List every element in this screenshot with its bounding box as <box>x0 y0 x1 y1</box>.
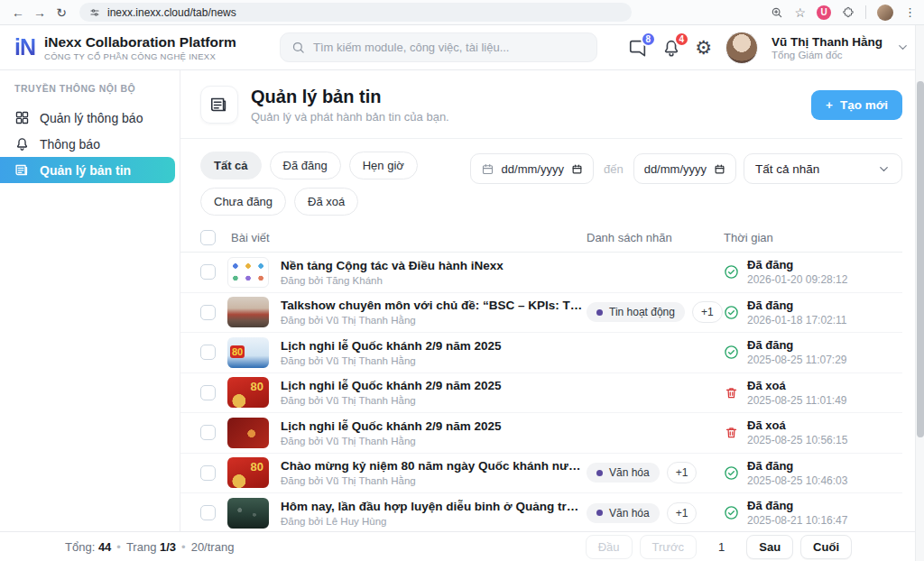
inexx-logo[interactable]: iN <box>14 34 35 60</box>
row-checkbox[interactable] <box>200 345 216 360</box>
extensions-puzzle-icon[interactable] <box>842 6 855 19</box>
label-dot-icon <box>596 309 603 316</box>
row-checkbox[interactable] <box>200 385 216 400</box>
status-text: Đã đăng <box>747 299 847 312</box>
row-checkbox[interactable] <box>200 465 216 481</box>
article-thumbnail <box>227 297 269 327</box>
article-title[interactable]: Lịch nghi lễ Quốc khánh 2/9 năm 2025 <box>281 339 587 353</box>
total-count: 44 <box>98 540 111 554</box>
total-summary: Tổng: 44•Trang 1/3•20/trang <box>65 540 234 554</box>
date-range-separator: đến <box>604 162 624 176</box>
table-row[interactable]: 80 Chào mừng kỷ niệm 80 năm ngày Quốc kh… <box>180 454 902 494</box>
status-time-cell: Đã đăng 2025-08-21 10:16:47 <box>724 499 902 527</box>
date-picker-icon[interactable] <box>571 163 583 175</box>
user-menu-chevron-icon[interactable] <box>896 41 910 54</box>
thumbnail-80-badge: 80 <box>230 345 245 358</box>
filter-chip-4[interactable]: Chưa đăng <box>200 188 286 216</box>
row-checkbox[interactable] <box>200 264 216 280</box>
bell-icon <box>14 136 30 152</box>
ublock-extension-icon[interactable]: U <box>817 5 831 20</box>
user-info[interactable]: Vũ Thị Thanh Hằng Tổng Giám đốc <box>772 35 882 60</box>
published-check-icon <box>724 465 739 481</box>
extra-labels-badge[interactable]: +1 <box>667 502 698 524</box>
chat-button[interactable]: 8 <box>628 38 648 58</box>
select-all-checkbox[interactable] <box>200 230 216 245</box>
label-list: Văn hóa+1 <box>587 462 724 483</box>
table-row[interactable]: 80 Lịch nghi lễ Quốc khánh 2/9 năm 2025 … <box>180 333 902 373</box>
article-title[interactable]: Talkshow chuyên môn với chủ đề: “BSC – K… <box>281 299 587 312</box>
article-author: Đăng bởi Vũ Thị Thanh Hằng <box>281 315 587 326</box>
table-row[interactable]: Talkshow chuyên môn với chủ đề: “BSC – K… <box>180 293 902 334</box>
filter-chip-3[interactable]: Hẹn giờ <box>349 152 418 179</box>
last-page-button[interactable]: Cuối <box>800 535 852 559</box>
url-text[interactable]: inexx.inexx.cloud/tab/news <box>107 6 236 19</box>
filter-chip-2[interactable]: Đã đăng <box>270 152 341 179</box>
per-page-indicator[interactable]: 20/trang <box>191 540 235 554</box>
date-from-input[interactable]: dd/mm/yyyy <box>470 153 594 184</box>
extra-labels-badge[interactable]: +1 <box>692 301 723 323</box>
browser-forward-icon[interactable]: → <box>29 3 51 23</box>
global-search-input[interactable]: Tìm kiếm module, công việc, tài liệu... <box>280 32 597 62</box>
page-scrollbar[interactable] <box>915 25 924 561</box>
browser-refresh-icon[interactable]: ↻ <box>51 3 72 23</box>
table-row[interactable]: Hôm nay, lần đầu hợp luyện diễu binh ở Q… <box>180 493 902 531</box>
sidebar: TRUYỀN THÔNG NỘI BỘ Quản lý thông báo Th… <box>0 70 180 531</box>
status-text: Đã đăng <box>747 459 847 473</box>
publish-timestamp: 2025-08-21 10:16:47 <box>747 514 847 527</box>
app-header: iN iNexx Collaboration Platform CÔNG TY … <box>0 25 924 70</box>
column-article: Bài viết <box>231 231 587 244</box>
published-check-icon <box>724 345 739 360</box>
article-title[interactable]: Lịch nghi lễ Quốc khánh 2/9 năm 2025 <box>281 419 587 433</box>
label-list: Văn hóa+1 <box>587 502 724 524</box>
address-bar[interactable]: inexx.inexx.cloud/tab/news <box>79 3 632 22</box>
article-title[interactable]: Lịch nghi lễ Quốc khánh 2/9 năm 2025 <box>281 379 587 392</box>
scrollbar-thumb[interactable] <box>917 81 924 437</box>
article-thumbnail: 80 <box>227 457 269 488</box>
thumbnail-80-badge: 80 <box>249 381 265 393</box>
create-new-button[interactable]: + Tạo mới <box>811 90 902 120</box>
row-checkbox[interactable] <box>200 425 216 440</box>
table-row[interactable]: Nền tảng Cộng tác và Điều hành iNexx Đăn… <box>180 253 902 293</box>
dashboard-grid-icon <box>14 110 30 125</box>
sidebar-item-quan-ly-thong-bao[interactable]: Quản lý thông báo <box>0 105 180 131</box>
bookmark-star-icon[interactable]: ☆ <box>794 5 806 20</box>
filter-chip-5[interactable]: Đã xoá <box>294 188 358 216</box>
extra-labels-badge[interactable]: +1 <box>667 462 698 483</box>
status-text: Đã xoá <box>747 379 847 392</box>
tune-icon[interactable] <box>89 7 100 18</box>
status-time-cell: Đã xoá 2025-08-25 10:56:15 <box>724 418 902 446</box>
sidebar-item-thong-bao[interactable]: Thông báo <box>0 131 180 157</box>
label-pill: Văn hóa <box>587 503 660 523</box>
browser-profile-avatar[interactable] <box>877 5 893 21</box>
date-picker-icon[interactable] <box>714 163 725 175</box>
prev-page-button[interactable]: Trước <box>640 535 698 559</box>
article-author: Đăng bởi Tăng Khánh <box>281 275 587 286</box>
filter-chip-1[interactable]: Tất cả <box>200 152 262 179</box>
user-avatar[interactable] <box>725 32 758 64</box>
zoom-icon[interactable] <box>771 6 783 19</box>
browser-back-icon[interactable]: ← <box>7 3 29 23</box>
brand-block: iNexx Collaboration Platform CÔNG TY CỔ … <box>44 34 236 61</box>
label-dot-icon <box>596 470 603 476</box>
article-title[interactable]: Hôm nay, lần đầu hợp luyện diễu binh ở Q… <box>281 500 587 513</box>
sidebar-item-quan-ly-ban-tin[interactable]: Quản lý bản tin <box>0 157 175 183</box>
notifications-button[interactable]: 4 <box>661 38 681 58</box>
row-checkbox[interactable] <box>200 505 216 520</box>
table-row[interactable]: Lịch nghi lễ Quốc khánh 2/9 năm 2025 Đăn… <box>180 413 902 454</box>
status-time-cell: Đã đăng 2026-01-20 09:28:12 <box>724 258 902 286</box>
next-page-button[interactable]: Sau <box>746 535 793 559</box>
first-page-button[interactable]: Đầu <box>586 535 633 559</box>
settings-gear-icon[interactable]: ⚙ <box>695 38 712 57</box>
article-title[interactable]: Nền tảng Cộng tác và Điều hành iNexx <box>281 259 587 272</box>
label-filter-select[interactable]: Tất cả nhãn <box>744 153 902 184</box>
browser-menu-icon[interactable]: ⋮ <box>904 5 917 19</box>
filter-chip-row: Tất cảĐã đăngHẹn giờChưa đăngĐã xoá <box>200 152 470 216</box>
publish-timestamp: 2026-01-18 17:02:11 <box>747 314 847 326</box>
total-label: Tổng: <box>65 540 95 554</box>
table-row[interactable]: 80 Lịch nghi lễ Quốc khánh 2/9 năm 2025 … <box>180 373 902 414</box>
date-to-input[interactable]: dd/mm/yyyy <box>633 153 736 184</box>
date-from-placeholder: dd/mm/yyyy <box>502 162 564 176</box>
row-checkbox[interactable] <box>200 305 216 320</box>
main-content: Quản lý bản tin Quản lý và phát hành bản… <box>180 70 902 531</box>
article-title[interactable]: Chào mừng kỷ niệm 80 năm ngày Quốc khánh… <box>281 459 587 473</box>
